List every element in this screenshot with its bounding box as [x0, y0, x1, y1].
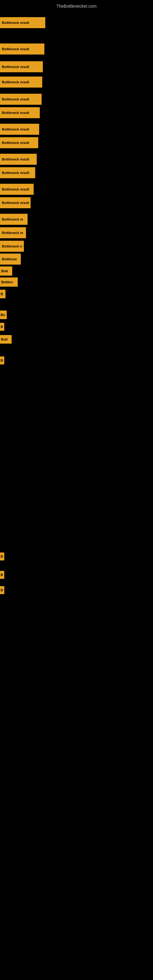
site-title: TheBottlenecker.com [0, 1, 153, 11]
bottleneck-label-4: Bottleneck result [2, 80, 29, 84]
bottleneck-label-26: B [1, 588, 3, 592]
bottleneck-bar-25: B [0, 571, 4, 579]
bottleneck-bar-5: Bottleneck result [0, 94, 41, 105]
bottleneck-bar-6: Bottleneck result [0, 107, 40, 118]
bottleneck-label-6: Bottleneck result [2, 111, 29, 115]
bottleneck-label-2: Bottleneck result [2, 47, 29, 51]
bottleneck-bar-4: Bottleneck result [0, 76, 42, 88]
bottleneck-bar-19: B [0, 290, 5, 298]
bottleneck-bar-13: Bottleneck re [0, 214, 27, 225]
bottleneck-bar-3: Bottleneck result [0, 61, 43, 72]
bottleneck-label-12: Bottleneck result [2, 201, 29, 205]
bottleneck-label-25: B [1, 573, 3, 577]
bottleneck-label-17: Bott [1, 269, 8, 273]
bottleneck-label-23: B [1, 359, 3, 362]
bottleneck-label-21: B [1, 325, 3, 329]
bottleneck-label-20: Bo [1, 313, 5, 317]
bottleneck-label-1: Bottleneck result [2, 21, 29, 24]
bottleneck-label-22: Bott [1, 337, 8, 341]
bottleneck-label-9: Bottleneck result [2, 158, 29, 161]
bottleneck-bar-9: Bottleneck result [0, 154, 37, 165]
bottleneck-bar-22: Bott [0, 335, 12, 344]
bottleneck-bar-1: Bottleneck result [0, 17, 45, 28]
bottleneck-label-16: Bottlenec [2, 257, 17, 261]
bottleneck-bar-11: Bottleneck result [0, 184, 33, 195]
bottleneck-bar-24: B [0, 552, 4, 560]
bottleneck-bar-16: Bottlenec [0, 254, 21, 265]
bottleneck-bar-2: Bottleneck result [0, 43, 45, 54]
bottleneck-bar-10: Bottleneck result [0, 167, 35, 178]
bottleneck-bar-18: Bottlen [0, 277, 18, 286]
bottleneck-bar-21: B [0, 323, 4, 331]
bottleneck-bar-14: Bottleneck re [0, 227, 26, 238]
bottleneck-bar-17: Bott [0, 266, 12, 275]
bottleneck-bar-8: Bottleneck result [0, 137, 38, 148]
bottleneck-label-8: Bottleneck result [2, 141, 29, 145]
bottleneck-bar-20: Bo [0, 310, 7, 319]
bottleneck-bar-15: Bottleneck re [0, 241, 24, 252]
bottleneck-bar-7: Bottleneck result [0, 124, 39, 135]
bottleneck-label-24: B [1, 555, 3, 558]
bottleneck-label-7: Bottleneck result [2, 127, 29, 131]
bottleneck-label-13: Bottleneck re [2, 218, 23, 221]
bottleneck-label-19: B [1, 292, 3, 296]
bottleneck-label-15: Bottleneck re [2, 244, 22, 248]
bottleneck-label-10: Bottleneck result [2, 171, 29, 175]
bottleneck-bar-12: Bottleneck result [0, 197, 30, 208]
bottleneck-bar-23: B [0, 356, 4, 364]
bottleneck-label-5: Bottleneck result [2, 97, 29, 101]
bottleneck-label-3: Bottleneck result [2, 65, 29, 68]
bottleneck-label-18: Bottlen [1, 280, 13, 284]
bottleneck-label-11: Bottleneck result [2, 188, 29, 191]
bottleneck-bar-26: B [0, 586, 4, 594]
bottleneck-label-14: Bottleneck re [2, 231, 23, 235]
